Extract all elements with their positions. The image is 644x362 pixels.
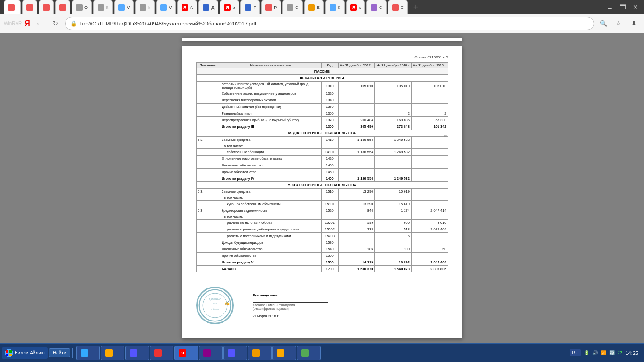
form-number: Форма 0710001 с.2 [196,55,448,59]
browser-tab[interactable] [39,0,54,14]
tab-icon [76,4,83,11]
pdf-content-area: Форма 0710001 с.2 ✏ Пояснения Наименован… [0,33,644,343]
table-row: Прочие обязательства 1550 [196,253,448,259]
browser-tab[interactable]: О [72,0,92,14]
minimize-button[interactable]: 🗕 [604,3,615,11]
taskbar-icon-word [130,349,137,357]
browser-tab[interactable]: К [325,0,345,14]
taskbar-item-yandex[interactable]: Я [174,346,198,360]
taskbar-item-ie[interactable] [76,346,100,360]
taskbar: Билли Айлиш Найти Я [0,343,644,362]
table-row: 5.3 Кредиторская задолженность 1520 844 … [196,207,448,214]
taskbar-item-word2[interactable] [223,346,247,360]
navigation-bar: WinRAR Я ← ↻ 🔒 file:///C:/TEMP/Rar$DIa35… [0,14,644,33]
tab-icon [98,4,104,11]
taskbar-item-folder2[interactable] [272,346,296,360]
taskbar-icon-ie [81,349,88,357]
table-row: V. КРАТКОСРОЧНЫЕ ОБЯЗАТЕЛЬСТВА [196,182,448,189]
taskbar-item-yandex2[interactable] [248,346,272,360]
browser-tab[interactable]: Е [304,0,324,14]
taskbar-item-word[interactable] [125,346,149,360]
table-row: Добавочный капитал (без переоценки) 1350 [196,104,448,110]
winrar-label: WinRAR [4,21,22,26]
bookmark-button[interactable]: ☆ [612,17,625,30]
taskbar-icon-folder2 [277,349,284,357]
pdf-page-top [182,38,462,41]
tab-icon: Я [350,4,357,11]
table-row-balance: БАЛАНС 1700 1 506 370 1 540 073 2 308 80… [196,266,448,272]
back-button[interactable]: ← [33,17,46,30]
accountant-name: Хасанов Эмиль Рашидович [253,304,328,307]
start-button[interactable]: Билли Айлиш [2,347,48,359]
browser-tab[interactable]: V [156,0,176,14]
tab-icon [203,4,209,11]
company-stamp: ДАВЕРНИС ООО г. Москва [196,287,234,324]
tab-icon [160,4,167,11]
find-button[interactable]: Найти [49,348,71,357]
refresh-button[interactable]: ↻ [49,17,62,30]
table-row: в том числе: [196,195,448,201]
edit-icon[interactable]: ✏ [444,133,447,139]
address-text: file:///C:/TEMP/Rar$DIa3520.40948/Бухгал… [80,21,589,26]
maximize-button[interactable]: 🗖 [618,3,628,11]
browser-tab[interactable] [22,0,37,14]
tab-icon [140,4,146,11]
table-row: купон по собственным облигациям 15101 13… [196,201,448,207]
windows-icon [5,349,13,357]
signature-scrawl: ✍ [224,301,230,305]
new-tab-button[interactable]: + [409,0,422,14]
table-row: Прочие обязательства 1450 [196,169,448,175]
browser-tab[interactable]: Д [198,0,218,14]
volume-icon: 🔊 [592,350,598,355]
svg-point-1 [203,293,227,318]
browser-tab[interactable]: С [388,0,408,14]
table-row: расчеты по налогам и сборам 15201 599 65… [196,220,448,226]
taskbar-icon-yandex2 [252,349,260,357]
table-row: Доходы будущих периодов 1530 [196,239,448,246]
download-button[interactable]: ⬇ [627,17,640,30]
browser-tab[interactable]: h [135,0,155,14]
header-code: Код [322,63,339,68]
taskbar-icon-rar [203,349,211,357]
browser-tab[interactable] [55,0,70,14]
browser-tab[interactable]: Г [240,0,260,14]
director-block: Руководитель Хасанов Эмиль Рашидович (ра… [253,293,328,318]
taskbar-items: Я [74,346,565,360]
nav-right: 🔍 ☆ ⬇ [597,17,640,30]
browser-tab[interactable]: С [366,0,387,14]
svg-rect-7 [6,354,8,356]
table-row: расчеты с поставщиками и подрядчиками 15… [196,233,448,239]
browser-tab[interactable]: Яр [220,0,239,14]
tab-icon [118,4,125,11]
browser-tab[interactable]: Як [346,0,365,14]
taskbar-item-green[interactable] [297,346,321,360]
header-2016: На 31 декабря 2016 г. [375,63,412,68]
taskbar-item-folder[interactable] [101,346,124,360]
balance-table: Пояснения Наименование показателя Код На… [196,62,448,272]
taskbar-item-pdf[interactable] [150,346,173,360]
taskbar-icon-word2 [228,349,235,357]
close-button[interactable]: ✕ [631,3,640,11]
browser-tab[interactable]: С [282,0,303,14]
table-row: Переоценка внеоборотных активов 1340 [196,97,448,104]
tab-icon [8,4,15,11]
address-bar[interactable]: 🔒 file:///C:/TEMP/Rar$DIa3520.40948/Бухг… [65,17,594,30]
header-2015: На 31 декабря 2015 г. [411,63,448,68]
tab-icon [59,4,66,11]
browser-tab[interactable]: V [114,0,134,14]
table-row: Оценочные обязательства 1540 185 100 50 [196,246,448,253]
tab-icon [371,4,377,11]
tab-icon: Я [182,4,188,11]
svg-point-0 [199,290,231,321]
lock-icon: 🔒 [70,20,77,27]
table-row: Оценочные обязательства 1430 [196,162,448,169]
browser-tab-active[interactable] [4,0,21,14]
signature-area: ДАВЕРНИС ООО г. Москва ✍ Руководитель Ха… [196,282,448,329]
browser-tab[interactable]: ЯА [177,0,197,14]
network-icon: 📶 [601,350,606,355]
taskbar-item-rar[interactable] [199,346,223,360]
director-label: Руководитель [253,293,328,297]
browser-tab[interactable]: К [93,0,113,14]
browser-tab[interactable]: Р [261,0,281,14]
search-button[interactable]: 🔍 [597,17,610,30]
